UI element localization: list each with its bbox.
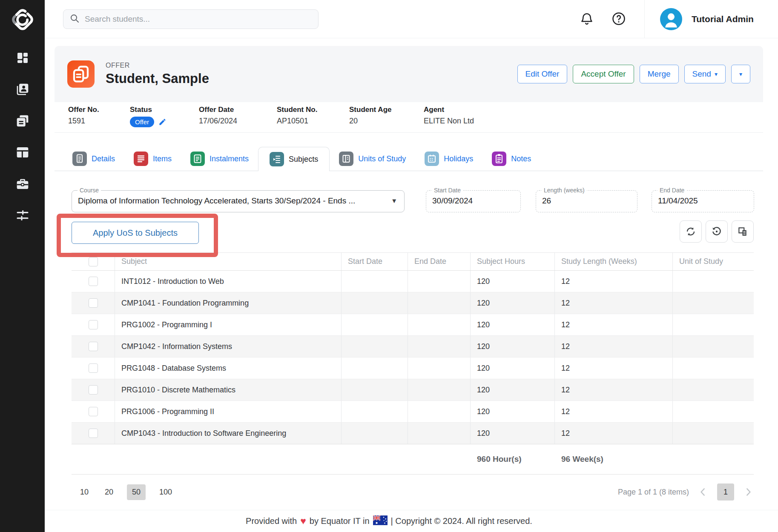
end-date-field: End Date 11/04/2025 xyxy=(652,190,754,212)
app-logo-icon[interactable] xyxy=(0,0,45,39)
offer-kicker: OFFER xyxy=(106,62,209,69)
footer: Provided with ♥ by Equator IT in | Copyr… xyxy=(0,510,778,532)
table-row: CMP1042 - Information Systems 120 12 xyxy=(72,336,754,358)
row-checkbox[interactable] xyxy=(89,385,98,395)
course-value: Diploma of Information Technology Accele… xyxy=(78,196,383,206)
student-number-link[interactable]: AP10501 xyxy=(277,117,349,126)
offer-card: OFFER Student, Sample Edit Offer Accept … xyxy=(55,46,763,133)
tab-holidays[interactable]: Holidays xyxy=(415,147,482,171)
user-name: Tutorial Admin xyxy=(692,14,754,24)
tab-items[interactable]: Items xyxy=(124,147,181,171)
search-box[interactable] xyxy=(63,9,319,29)
table-row: INT1012 - Introduction to Web 120 12 xyxy=(72,271,754,292)
next-page-icon[interactable] xyxy=(743,486,754,498)
tab-subjects[interactable]: Subjects xyxy=(258,147,330,171)
col-end-date: End Date xyxy=(408,253,471,270)
send-button[interactable]: Send▾ xyxy=(684,65,726,83)
avatar xyxy=(660,8,682,30)
course-label: Course xyxy=(78,187,101,194)
page-info: Page 1 of 1 (8 items) xyxy=(618,488,689,497)
tab-instalments[interactable]: Instalments xyxy=(181,147,258,171)
col-subject-hours: Subject Hours xyxy=(471,253,555,270)
edit-status-icon[interactable] xyxy=(158,118,167,126)
meta-label: Status xyxy=(130,106,199,114)
student-age: 20 xyxy=(349,117,424,126)
col-unit-of-study: Unit of Study xyxy=(673,253,754,270)
row-checkbox[interactable] xyxy=(89,363,98,373)
offer-date: 17/06/2024 xyxy=(199,117,277,126)
page-title: Student, Sample xyxy=(106,71,209,86)
previous-page-icon[interactable] xyxy=(698,486,709,498)
page-size-20[interactable]: 20 xyxy=(102,484,116,500)
refresh-icon[interactable] xyxy=(680,220,702,243)
footer-text-1: Provided with xyxy=(246,516,297,526)
history-icon[interactable] xyxy=(706,220,728,243)
accept-offer-button[interactable]: Accept Offer xyxy=(573,65,634,83)
topbar-divider xyxy=(644,0,645,38)
chevron-down-icon: ▾ xyxy=(739,71,742,77)
units-of-study-icon xyxy=(339,152,353,166)
search-input[interactable] xyxy=(85,14,312,24)
heart-icon: ♥ xyxy=(300,516,306,526)
page-number-button[interactable]: 1 xyxy=(717,483,734,501)
subjects-list-icon xyxy=(270,152,284,166)
offer-number: 1591 xyxy=(68,117,130,126)
row-checkbox[interactable] xyxy=(89,429,98,438)
students-icon[interactable] xyxy=(16,83,29,96)
select-all-checkbox[interactable] xyxy=(89,257,98,266)
page-size-100[interactable]: 100 xyxy=(157,484,175,500)
page: Tutorial Admin OFFER Student, Sam xyxy=(0,0,778,532)
page-size-50-selected[interactable]: 50 xyxy=(127,484,146,500)
page-size-10[interactable]: 10 xyxy=(78,484,91,500)
user-menu[interactable]: Tutorial Admin xyxy=(660,0,754,38)
col-start-date: Start Date xyxy=(342,253,408,270)
settings-sliders-icon[interactable] xyxy=(16,209,29,222)
row-checkbox[interactable] xyxy=(89,407,98,416)
subjects-table: Subject Start Date End Date Subject Hour… xyxy=(72,252,754,475)
row-checkbox[interactable] xyxy=(89,320,98,329)
course-select[interactable]: Course Diploma of Information Technology… xyxy=(72,190,405,212)
col-subject: Subject xyxy=(115,253,342,270)
meta-label: Student Age xyxy=(349,106,424,114)
table-row: PRG1010 - Discrete Mathematics 120 12 xyxy=(72,379,754,401)
notes-clipboard-icon xyxy=(492,152,506,166)
help-icon[interactable] xyxy=(611,11,626,26)
row-checkbox[interactable] xyxy=(89,342,98,351)
details-document-icon xyxy=(72,152,87,166)
main-content: OFFER Student, Sample Edit Offer Accept … xyxy=(45,38,778,511)
start-date-value: 30/09/2024 xyxy=(432,196,473,206)
items-list-icon xyxy=(134,152,148,166)
table-row: PRG1048 - Database Systems 120 12 xyxy=(72,358,754,379)
sidebar xyxy=(0,0,45,532)
row-checkbox[interactable] xyxy=(89,277,98,286)
tab-details[interactable]: Details xyxy=(63,147,124,171)
toolbox-icon[interactable] xyxy=(16,177,29,191)
row-checkbox[interactable] xyxy=(89,298,98,308)
col-study-length: Study Length (Weeks) xyxy=(555,253,673,270)
total-hours: 960 Hour(s) xyxy=(471,455,555,464)
tab-notes[interactable]: Notes xyxy=(482,147,540,171)
end-date-value: 11/04/2025 xyxy=(658,196,698,206)
instalments-list-icon xyxy=(190,152,205,166)
page-size-options: 10 20 50 100 xyxy=(72,484,175,500)
merge-button[interactable]: Merge xyxy=(640,65,679,83)
column-chooser-icon[interactable] xyxy=(732,220,754,243)
footer-text-2: by Equator IT in xyxy=(310,516,370,526)
table-header-row: Subject Start Date End Date Subject Hour… xyxy=(72,253,754,271)
meta-label: Offer Date xyxy=(199,106,277,114)
edit-offer-button[interactable]: Edit Offer xyxy=(517,65,568,83)
notifications-bell-icon[interactable] xyxy=(579,11,594,26)
length-weeks-value: 26 xyxy=(542,196,551,206)
total-weeks: 96 Week(s) xyxy=(555,455,673,464)
tab-units-of-study[interactable]: Units of Study xyxy=(330,147,415,171)
more-actions-button[interactable]: ▾ xyxy=(731,65,750,83)
table-row: PRG1002 - Programming I 120 12 xyxy=(72,314,754,336)
dashboard-icon[interactable] xyxy=(16,51,29,65)
offer-meta-row: Offer No. 1591 Status Offer Offer Date 1… xyxy=(55,102,763,133)
offer-actions: Edit Offer Accept Offer Merge Send▾ ▾ xyxy=(517,65,750,83)
offers-icon[interactable] xyxy=(16,114,29,128)
apply-uos-to-subjects-button[interactable]: Apply UoS to Subjects xyxy=(72,222,199,244)
courses-icon[interactable] xyxy=(16,146,29,159)
australia-flag-icon xyxy=(373,515,388,527)
agent-link[interactable]: ELITE Non Ltd xyxy=(424,117,474,126)
